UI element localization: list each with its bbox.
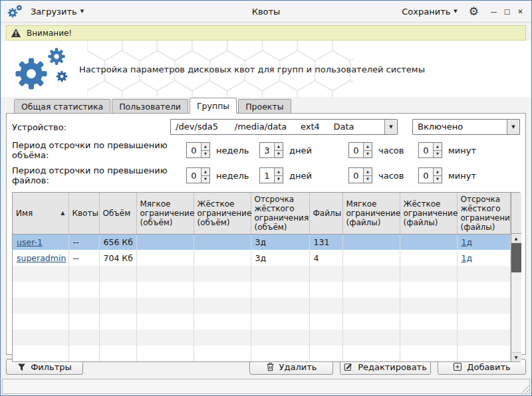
table-cell: 1д bbox=[457, 234, 510, 250]
chevron-down-icon: ▼ bbox=[511, 124, 515, 130]
combobox-dropdown-button[interactable]: ▼ bbox=[507, 120, 519, 134]
spinner-value: 0 bbox=[187, 168, 201, 183]
resize-grip[interactable] bbox=[520, 384, 529, 393]
table-cell: 3д bbox=[251, 234, 309, 250]
table-row[interactable]: user-1 -- 656 Кб 3д 131 1д bbox=[13, 234, 510, 250]
table-cell-empty bbox=[309, 346, 342, 361]
maximize-button[interactable]: □ bbox=[501, 5, 513, 17]
load-menu-button[interactable]: Загрузить ▼ bbox=[27, 5, 87, 19]
table-cell-empty bbox=[251, 266, 309, 282]
spin-up-icon[interactable]: ▲ bbox=[275, 143, 283, 151]
trash-icon bbox=[266, 362, 275, 371]
tab-general-stats[interactable]: Общая статистика bbox=[14, 99, 110, 113]
table-cell: 656 Кб bbox=[99, 234, 136, 250]
table-cell-empty bbox=[68, 330, 99, 346]
warning-triangle-icon bbox=[11, 28, 21, 38]
group-name-link[interactable]: superadmin bbox=[17, 253, 66, 263]
table-cell-empty bbox=[194, 298, 251, 314]
group-name-link[interactable]: user-1 bbox=[17, 237, 43, 247]
quota-state-combobox[interactable]: Включено ▼ bbox=[412, 119, 520, 135]
grace-files-days-spinner[interactable]: 1 ▲▼ bbox=[259, 167, 283, 183]
grace-files-link[interactable]: 1д bbox=[462, 253, 473, 263]
settings-gear-button[interactable]: ⚙ bbox=[469, 6, 479, 17]
days-unit-label: дней bbox=[283, 171, 348, 181]
gear-icon: ⚙ bbox=[469, 5, 479, 18]
minimize-button[interactable]: — bbox=[488, 5, 499, 17]
spin-up-icon[interactable]: ▲ bbox=[434, 143, 442, 151]
spin-down-icon[interactable]: ▼ bbox=[364, 151, 372, 158]
table-cell-empty bbox=[136, 346, 194, 361]
column-header-name[interactable]: Имя ▲ bbox=[13, 193, 68, 234]
table-cell: 3д bbox=[251, 250, 309, 266]
table-cell-empty bbox=[99, 298, 136, 314]
spin-up-icon[interactable]: ▲ bbox=[434, 168, 442, 176]
table-cell-empty bbox=[400, 298, 457, 314]
table-cell-empty bbox=[251, 346, 309, 361]
table-row[interactable]: superadmin -- 704 Кб 3д 4 1д bbox=[13, 250, 510, 266]
table-cell-empty bbox=[342, 330, 400, 346]
spin-down-icon[interactable]: ▼ bbox=[434, 151, 442, 158]
column-header-hard-volume[interactable]: Жёсткое ограничение (объём) bbox=[194, 193, 251, 234]
grace-files-minutes-spinner[interactable]: 0 ▲▼ bbox=[418, 167, 442, 183]
column-header-hard-files[interactable]: Жёсткое ограничение (файлы) bbox=[400, 193, 457, 234]
column-header-grace-volume[interactable]: Отсрочка жёсткого ограничения (объём) bbox=[251, 193, 309, 234]
quota-table-body: user-1 -- 656 Кб 3д 131 1д superadmin -- bbox=[13, 234, 510, 361]
grace-volume-days-spinner[interactable]: 3 ▲▼ bbox=[259, 142, 283, 158]
grace-files-hours-spinner[interactable]: 0 ▲▼ bbox=[348, 167, 372, 183]
filters-label: Фильтры bbox=[31, 362, 72, 372]
table-cell bbox=[194, 250, 251, 266]
spinner-value: 0 bbox=[187, 143, 201, 157]
spin-down-icon[interactable]: ▼ bbox=[364, 176, 372, 183]
spin-up-icon[interactable]: ▲ bbox=[201, 168, 209, 176]
spin-up-icon[interactable]: ▲ bbox=[201, 143, 209, 151]
table-cell: 704 Кб bbox=[99, 250, 136, 266]
tab-groups[interactable]: Группы bbox=[190, 98, 237, 114]
column-header-grace-files[interactable]: Отсрочка жёсткого ограничения (файлы) bbox=[457, 193, 510, 234]
table-cell-empty bbox=[342, 298, 400, 314]
spin-up-icon[interactable]: ▲ bbox=[364, 143, 372, 151]
scroll-up-button[interactable]: ▲ bbox=[511, 234, 521, 243]
vertical-scrollbar[interactable]: ▲ ▼ bbox=[511, 193, 521, 361]
column-header-soft-files[interactable]: Мягкое ограничение (файлы) bbox=[342, 193, 400, 234]
grace-volume-weeks-spinner[interactable]: 0 ▲▼ bbox=[186, 142, 210, 158]
table-cell-empty bbox=[13, 266, 68, 282]
spinner-value: 0 bbox=[349, 168, 363, 183]
table-cell-empty bbox=[342, 314, 400, 330]
weeks-unit-label: недель bbox=[210, 146, 259, 155]
spin-down-icon[interactable]: ▼ bbox=[275, 151, 283, 158]
scroll-down-button[interactable]: ▼ bbox=[511, 352, 521, 361]
spin-down-icon[interactable]: ▼ bbox=[201, 151, 209, 158]
combobox-dropdown-button[interactable]: ▼ bbox=[384, 120, 397, 134]
table-cell-empty bbox=[251, 298, 309, 314]
table-cell: 1д bbox=[457, 250, 510, 266]
table-cell bbox=[136, 234, 194, 250]
close-button[interactable]: ✕ bbox=[515, 5, 526, 17]
grace-volume-minutes-spinner[interactable]: 0 ▲▼ bbox=[418, 142, 442, 158]
spin-down-icon[interactable]: ▼ bbox=[201, 176, 209, 183]
status-bar bbox=[2, 379, 530, 394]
spin-up-icon[interactable]: ▲ bbox=[364, 168, 372, 176]
save-menu-button[interactable]: Сохранить ▼ bbox=[398, 5, 461, 19]
warning-bar: Внимание! bbox=[6, 25, 526, 41]
spin-down-icon[interactable]: ▼ bbox=[275, 176, 283, 183]
tab-projects[interactable]: Проекты bbox=[238, 99, 291, 113]
tab-users[interactable]: Пользователи bbox=[112, 99, 188, 113]
table-cell-empty bbox=[194, 314, 251, 330]
column-header-volume[interactable]: Объём bbox=[99, 193, 136, 234]
grace-files-weeks-spinner[interactable]: 0 ▲▼ bbox=[186, 167, 210, 183]
column-header-files[interactable]: Файлы bbox=[309, 193, 342, 234]
table-cell bbox=[342, 250, 400, 266]
table-cell-empty bbox=[342, 266, 400, 282]
table-row-empty bbox=[13, 266, 510, 282]
grace-volume-hours-spinner[interactable]: 0 ▲▼ bbox=[348, 142, 372, 158]
grace-files-link[interactable]: 1д bbox=[462, 237, 473, 247]
device-combobox[interactable]: /dev/sda5 /media/data ext4 Data ▼ bbox=[170, 119, 398, 135]
table-cell-empty bbox=[457, 282, 510, 298]
column-header-soft-volume[interactable]: Мягкое ограничение (объём) bbox=[136, 193, 194, 234]
column-header-quotas[interactable]: Квоты bbox=[68, 193, 99, 234]
spin-down-icon[interactable]: ▼ bbox=[434, 176, 442, 183]
scrollbar-thumb[interactable] bbox=[511, 243, 521, 272]
spin-up-icon[interactable]: ▲ bbox=[275, 168, 283, 176]
table-cell-empty bbox=[13, 298, 68, 314]
table-cell-empty bbox=[13, 346, 68, 361]
